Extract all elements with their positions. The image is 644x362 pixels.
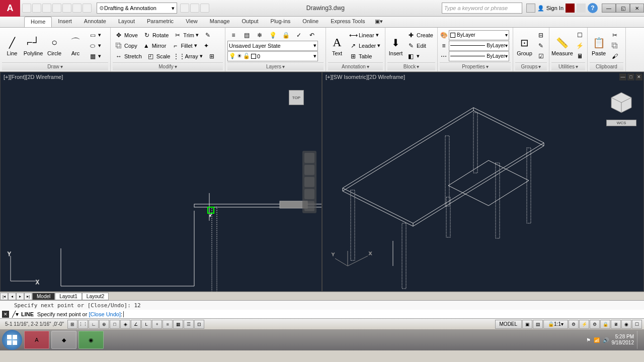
redo-button[interactable] — [83, 4, 92, 13]
tab-manage[interactable]: Manage — [204, 17, 236, 27]
layer-current-combo[interactable]: 💡☀🔓 0▾ — [227, 51, 318, 61]
dyn-toggle[interactable]: + — [152, 320, 162, 329]
leader-button[interactable]: ↗Leader▾ — [347, 41, 382, 51]
group-select-button[interactable]: ☑ — [535, 51, 547, 61]
measure-button[interactable]: 📏Measure — [551, 29, 573, 62]
show-desktop-button[interactable] — [637, 331, 642, 349]
layer-match-button[interactable]: ✓ — [293, 30, 305, 40]
group-edit-button[interactable]: ✎ — [535, 41, 547, 51]
saveas-button[interactable] — [52, 4, 61, 13]
anno-scale[interactable]: 🔒 1:1▾ — [543, 320, 568, 329]
tab-online[interactable]: Online — [296, 17, 325, 27]
circle-button[interactable]: ○Circle — [44, 29, 64, 62]
coordinates-display[interactable]: 5-1 11/16", 2-2 1/16" ,0'-0" — [2, 321, 67, 327]
osnap3d-toggle[interactable]: ◈ — [120, 320, 130, 329]
group-button[interactable]: ⊡Group — [515, 29, 534, 62]
ellipse-button[interactable]: ⬭▾ — [87, 41, 103, 51]
undo-button[interactable] — [72, 4, 82, 13]
trim-button[interactable]: ✂Trim▾ — [172, 30, 201, 40]
close-button[interactable]: ✕ — [630, 4, 644, 13]
nav-pan[interactable] — [304, 165, 314, 175]
rotate-button[interactable]: ↻Rotate — [141, 30, 171, 40]
tab-featured[interactable]: ▣▾ — [371, 17, 387, 27]
tab-layout1[interactable]: Layout1 — [55, 293, 82, 300]
osnap-toggle[interactable]: □ — [110, 320, 120, 329]
qat-extra-1[interactable] — [180, 4, 189, 13]
otrack-toggle[interactable]: ∠ — [131, 320, 141, 329]
isolate-objects[interactable]: ◉ — [621, 320, 631, 329]
tab-view[interactable]: View — [180, 17, 204, 27]
plot-button[interactable] — [62, 4, 71, 13]
paste-button[interactable]: 📋Paste — [590, 29, 608, 62]
grid-toggle[interactable]: ⋮⋮ — [78, 320, 88, 329]
nav-zoom[interactable] — [304, 177, 314, 187]
layout-next[interactable]: ▸ — [16, 293, 24, 300]
tray-volume-icon[interactable]: 🔊 — [603, 337, 609, 343]
layer-off-button[interactable]: 💡 — [267, 30, 279, 40]
sc-toggle[interactable]: ⊡ — [194, 320, 204, 329]
layout-last[interactable]: ▸| — [24, 293, 32, 300]
stretch-button[interactable]: ↔Stretch — [113, 51, 144, 61]
block-attr-button[interactable]: ◧▾ — [405, 51, 435, 61]
taskbar-autocad[interactable]: A — [24, 331, 49, 349]
save-button[interactable] — [42, 4, 51, 13]
ortho-toggle[interactable]: ∟ — [89, 320, 99, 329]
snap-toggle[interactable]: ⊞ — [67, 320, 77, 329]
system-clock[interactable]: 5:28 PM 9/18/2012 — [612, 334, 634, 346]
tpy-toggle[interactable]: ▦ — [173, 320, 183, 329]
text-button[interactable]: AText — [328, 29, 346, 62]
workspace-switch[interactable]: ⚙ — [590, 320, 600, 329]
create-block-button[interactable]: ✚Create — [405, 30, 435, 40]
start-button[interactable] — [2, 330, 22, 350]
quickview-layouts[interactable]: ▣ — [522, 320, 532, 329]
tab-layout2[interactable]: Layout2 — [82, 293, 109, 300]
restore-button[interactable]: ◱ — [616, 4, 630, 13]
tray-flag-icon[interactable]: ⚑ — [586, 337, 591, 343]
command-close-icon[interactable]: ✕ — [2, 311, 9, 318]
tab-annotate[interactable]: Annotate — [78, 17, 112, 27]
tab-output[interactable]: Output — [236, 17, 265, 27]
rectangle-button[interactable]: ▭▾ — [87, 30, 103, 40]
search-input[interactable]: Type a keyword or phrase — [442, 3, 522, 14]
toolbar-lock[interactable]: 🔒 — [600, 320, 610, 329]
app-logo[interactable]: A — [0, 0, 20, 17]
quickview-drawings[interactable]: ▤ — [533, 320, 543, 329]
scale-button[interactable]: ◰Scale — [145, 51, 173, 61]
model-paper-toggle[interactable]: MODEL — [495, 320, 522, 329]
linear-dim-button[interactable]: ⟷Linear▾ — [347, 30, 382, 40]
ungroup-button[interactable]: ⊟ — [535, 30, 547, 40]
tab-model[interactable]: Model — [32, 293, 55, 300]
nav-wheel[interactable] — [304, 153, 314, 163]
layer-freeze-button[interactable]: ❄ — [254, 30, 266, 40]
exchange-icon[interactable] — [566, 4, 575, 13]
cut-button[interactable]: ✂ — [609, 30, 621, 40]
anno-visibility[interactable]: ⚙ — [569, 320, 579, 329]
stay-connected-icon[interactable] — [577, 4, 586, 13]
viewport-isometric[interactable]: [+][SW Isometric][2D Wireframe] — □ ✕ WC… — [322, 72, 644, 292]
clean-screen[interactable]: ☐ — [632, 320, 642, 329]
color-combo[interactable]: ByLayer▾ — [449, 30, 509, 40]
layer-iso-button[interactable]: ▤ — [240, 30, 253, 40]
viewport-front[interactable]: [+][Front][2D Wireframe] TOP — [0, 72, 322, 292]
lwt-toggle[interactable]: ≡ — [163, 320, 173, 329]
copy-clip-button[interactable]: ⿻ — [609, 41, 621, 51]
quick-calc-button[interactable]: 🖩 — [574, 51, 586, 61]
anno-autoscale[interactable]: ⚡ — [579, 320, 589, 329]
nav-orbit[interactable] — [304, 189, 314, 199]
help-button[interactable]: ? — [588, 3, 598, 13]
quick-select-button[interactable]: ⚡ — [574, 41, 586, 51]
insert-block-button[interactable]: ⬇Insert — [387, 29, 404, 62]
mirror-button[interactable]: ▲Mirror — [140, 41, 169, 51]
command-input-row[interactable]: ✕ ╱▾ LINE Specify next point or [Close U… — [0, 310, 644, 319]
qat-extra-3[interactable] — [200, 4, 209, 13]
line-button[interactable]: ╱Line — [2, 29, 22, 62]
tray-network-icon[interactable]: 📶 — [594, 337, 600, 343]
fillet-button[interactable]: ⌐Fillet▾ — [169, 41, 199, 51]
minimize-button[interactable]: — — [602, 4, 616, 13]
array-button[interactable]: ⋮⋮Array▾ — [173, 51, 204, 61]
layer-prev-button[interactable]: ↶ — [306, 30, 318, 40]
offset-button[interactable]: ⊞ — [206, 51, 218, 61]
tab-home[interactable]: Home — [24, 17, 52, 27]
infocenter-icon[interactable] — [526, 4, 535, 13]
polar-toggle[interactable]: ⊕ — [99, 320, 109, 329]
